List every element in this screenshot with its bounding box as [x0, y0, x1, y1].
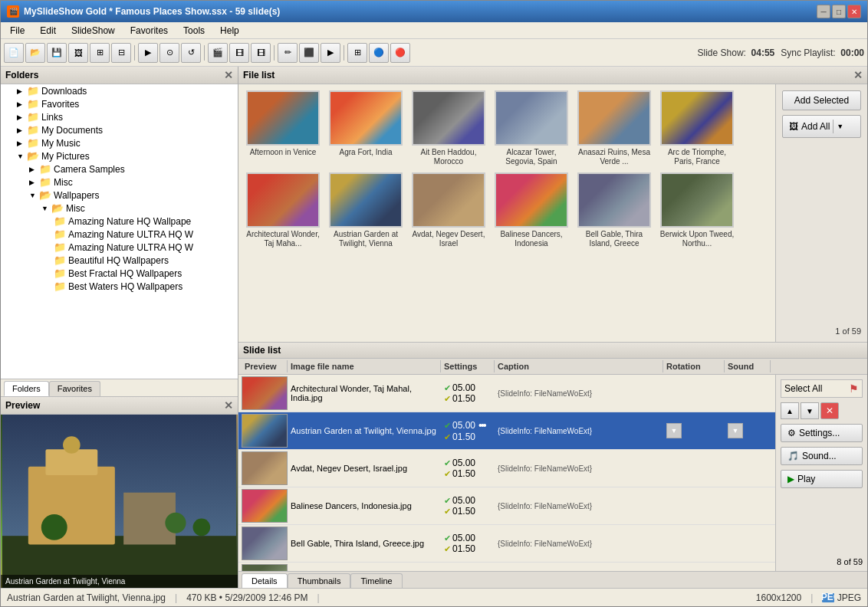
tab-folders[interactable]: Folders	[4, 381, 49, 396]
tb-btn13[interactable]: ✏	[278, 43, 298, 63]
folder-item-amazing2[interactable]: 📁 Amazing Nature ULTRA HQ W	[1, 228, 238, 241]
settings-more-button[interactable]: •••	[478, 419, 485, 431]
settings-button[interactable]: ⚙ Settings...	[781, 424, 863, 442]
tb-btn17[interactable]: 🔵	[369, 43, 389, 63]
thumb-item-austrian[interactable]: Austrian Garden at Twilight, Vienna	[327, 172, 404, 248]
move-down-button[interactable]: ▼	[801, 402, 819, 419]
thumb-item-morocco[interactable]: Ait Ben Haddou, Morocco	[410, 90, 487, 166]
preview-close-button[interactable]: ✕	[224, 399, 233, 412]
slide-caption-2: {SlideInfo: FileNameWoExt}	[495, 427, 663, 435]
thumb-item-avdat[interactable]: Avdat, Negev Desert, Israel	[410, 172, 487, 248]
slide-row-6[interactable]: Berwick Upon Tweed, Northumberland, Engl…	[238, 563, 775, 571]
svg-point-8	[193, 519, 211, 536]
tb-btn11[interactable]: 🎞	[229, 43, 249, 63]
folder-item-amazing1[interactable]: 📁 Amazing Nature HQ Wallpape	[1, 215, 238, 228]
tb-btn16[interactable]: ⊞	[347, 43, 367, 63]
tb-btn10[interactable]: 🎬	[208, 43, 228, 63]
slide-row-3[interactable]: Avdat, Negev Desert, Israel.jpg ✔05.00 ✔…	[238, 450, 775, 487]
thumb-item-arc[interactable]: Arc de Triomphe, Paris, France	[659, 90, 735, 166]
tb-save-button[interactable]: 💾	[47, 43, 67, 63]
rotation-dropdown[interactable]: ▼	[666, 423, 682, 438]
folder-item-camerasamples[interactable]: ▶ 📁 Camera Samples	[1, 162, 238, 176]
toolbar-separator-3	[274, 45, 275, 61]
play-button[interactable]: ▶ Play	[781, 470, 863, 488]
tb-btn8[interactable]: ⊙	[159, 43, 179, 63]
tb-btn6[interactable]: ⊟	[111, 43, 131, 63]
tab-thumbnails[interactable]: Thumbnails	[288, 573, 351, 588]
menu-edit[interactable]: Edit	[34, 24, 62, 38]
settings-yellow-icon: ✔	[444, 544, 451, 554]
tb-open-button[interactable]: 📂	[25, 43, 45, 63]
file-list-close-button[interactable]: ✕	[853, 69, 863, 81]
slideshow-label: Slide Show: 04:55	[698, 48, 775, 58]
toolbar-right-info: Slide Show: 04:55 Sync Playlist: 00:00	[698, 48, 864, 58]
tb-play-button[interactable]: ▶	[138, 43, 158, 63]
folder-item-misc2[interactable]: ▼ 📂 Misc	[1, 202, 238, 215]
menu-help[interactable]: Help	[214, 24, 245, 38]
tb-btn12[interactable]: 🎞	[251, 43, 271, 63]
tb-btn14[interactable]: ⬛	[299, 43, 319, 63]
sound-dropdown[interactable]: ▼	[728, 423, 743, 438]
folder-item-mymusic[interactable]: ▶ 📁 My Music	[1, 136, 238, 149]
add-selected-button[interactable]: Add Selected	[782, 90, 861, 110]
folder-item-links[interactable]: ▶ 📁 Links	[1, 110, 238, 123]
tb-btn5[interactable]: ⊞	[90, 43, 110, 63]
minimize-button[interactable]: ─	[817, 5, 830, 18]
tb-btn4[interactable]: 🖼	[68, 43, 88, 63]
right-area: File list ✕ Afternoon in Venice Agra For…	[238, 67, 867, 588]
folders-close-button[interactable]: ✕	[224, 69, 233, 81]
thumb-item-anasazi[interactable]: Anasazi Ruins, Mesa Verde ...	[576, 90, 653, 166]
thumb-item-alcazar[interactable]: Alcazar Tower, Segovia, Spain	[493, 90, 570, 166]
thumb-item-balinese[interactable]: Balinese Dancers, Indonesia	[493, 172, 570, 248]
folder-item-beautiful[interactable]: 📁 Beautiful HQ Wallpapers	[1, 254, 238, 267]
folder-item-downloads[interactable]: ▶ 📁 Downloads	[1, 84, 238, 97]
tb-btn18[interactable]: 🔴	[390, 43, 410, 63]
thumb-image	[495, 172, 568, 228]
add-all-button[interactable]: 🖼 Add All ▼	[782, 115, 861, 138]
menu-slideshow[interactable]: SlideShow	[65, 24, 121, 38]
sound-button[interactable]: 🎵 Sound...	[781, 447, 863, 465]
folder-item-wallpapers[interactable]: ▼ 📂 Wallpapers	[1, 189, 238, 202]
menu-tools[interactable]: Tools	[177, 24, 211, 38]
svg-rect-2	[28, 467, 115, 545]
close-button[interactable]: ✕	[847, 5, 861, 18]
slide-row-5[interactable]: Bell Gable, Thira Island, Greece.jpg ✔05…	[238, 525, 775, 563]
tb-btn9[interactable]: ↺	[181, 43, 201, 63]
thumb-item-berwick[interactable]: Berwick Upon Tweed, Northu...	[659, 172, 735, 248]
move-up-button[interactable]: ▲	[781, 402, 799, 419]
tab-favorites[interactable]: Favorites	[49, 381, 100, 396]
slide-rows-container[interactable]: Architectural Wonder, Taj Mahal, India.j…	[238, 375, 775, 571]
slide-caption-4: {SlideInfo: FileNameWoExt}	[495, 502, 663, 510]
file-list-page-counter: 1 of 59	[782, 326, 861, 336]
tab-timeline[interactable]: Timeline	[350, 573, 402, 588]
folder-item-amazing3[interactable]: 📁 Amazing Nature ULTRA HQ W	[1, 241, 238, 254]
menu-file[interactable]: File	[4, 24, 31, 38]
folder-tree[interactable]: ▶ 📁 Downloads ▶ 📁 Favorites ▶	[1, 84, 238, 379]
status-format: JPEG JPEG	[822, 592, 861, 603]
thumb-item-bell[interactable]: Bell Gable, Thira Island, Greece	[576, 172, 653, 248]
add-all-dropdown[interactable]: ▼	[833, 120, 847, 133]
folder-item-mydocs[interactable]: ▶ 📁 My Documents	[1, 123, 238, 136]
thumb-item-venice[interactable]: Afternoon in Venice	[245, 90, 321, 166]
slide-row-2[interactable]: Austrian Garden at Twilight, Vienna.jpg …	[238, 412, 775, 450]
thumb-item-arch[interactable]: Architectural Wonder, Taj Maha...	[245, 172, 321, 248]
slide-settings-1: ✔05.00 ✔01.50	[441, 382, 495, 404]
thumb-image	[577, 90, 651, 146]
slide-preview-4	[242, 489, 288, 523]
menu-favorites[interactable]: Favorites	[124, 24, 174, 38]
maximize-button[interactable]: □	[832, 5, 846, 18]
folder-item-bestfractal[interactable]: 📁 Best Fractal HQ Wallpapers	[1, 267, 238, 280]
thumb-item-agra[interactable]: Agra Fort, India	[327, 90, 404, 166]
toolbar: 📄 📂 💾 🖼 ⊞ ⊟ ▶ ⊙ ↺ 🎬 🎞 🎞 ✏ ⬛ ▶ ⊞ 🔵 🔴 Slid…	[1, 39, 867, 67]
folder-item-favorites[interactable]: ▶ 📁 Favorites	[1, 97, 238, 110]
folder-item-mypictures[interactable]: ▼ 📂 My Pictures	[1, 149, 238, 162]
slide-row-1[interactable]: Architectural Wonder, Taj Mahal, India.j…	[238, 375, 775, 412]
delete-button[interactable]: ✕	[820, 402, 839, 419]
tb-btn15[interactable]: ▶	[321, 43, 340, 63]
tb-new-button[interactable]: 📄	[4, 43, 24, 63]
select-all-button[interactable]: Select All ⚑	[781, 379, 863, 398]
folder-item-bestwaters[interactable]: 📁 Best Waters HQ Wallpapers	[1, 280, 238, 293]
slide-row-4[interactable]: Balinese Dancers, Indonesia.jpg ✔05.00 ✔…	[238, 487, 775, 525]
tab-details[interactable]: Details	[242, 573, 288, 588]
folder-item-misc1[interactable]: ▶ 📁 Misc	[1, 176, 238, 189]
